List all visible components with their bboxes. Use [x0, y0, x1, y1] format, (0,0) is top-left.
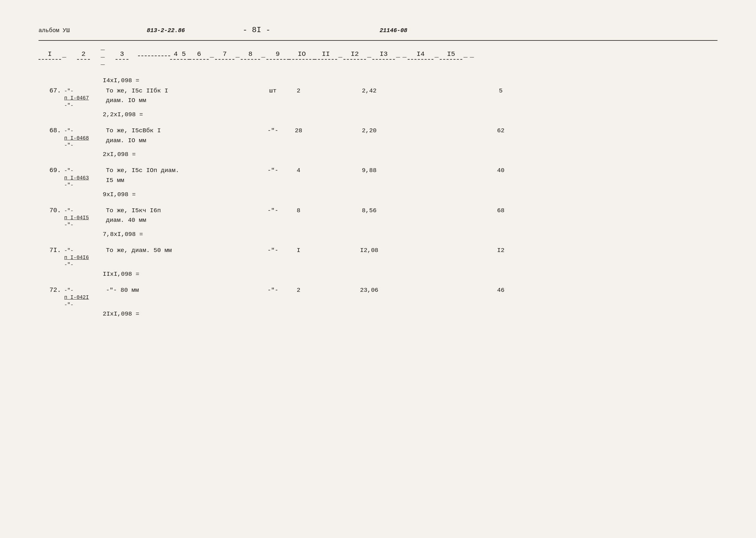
header-code: 813-2-22.86 — [147, 27, 185, 34]
item-67-part: -"- п I-0467 -"- — [64, 88, 106, 109]
item-72-price: 23,06 — [344, 287, 395, 294]
item-69-main: 69. -"- п I-0463 -"- То же, I5с IOп диам… — [38, 166, 718, 189]
item-67-desc: То же, I5с IIбк I диам. IO мм — [106, 86, 260, 106]
item-70-unit: -"- — [260, 207, 286, 214]
col-sep-1: _ — [61, 51, 67, 59]
item-72-main: 72. -"- п I-042I -"- -"- 80 мм -"- 2 23,… — [38, 285, 718, 308]
item-67: 67. -"- п I-0467 -"- То же, I5с IIбк I д… — [38, 86, 718, 118]
album-label: альбом УШ — [38, 27, 70, 34]
col-header-1: I — [38, 50, 61, 60]
col-header-9: 9 — [266, 50, 289, 60]
content-area: I4хI,098 = 67. -"- п I-0467 -"- То же, I… — [38, 77, 718, 317]
item-71-formula: IIхI,098 = — [38, 271, 718, 278]
item-71-main: 7I. -"- п I-04I6 -"- То же, диам. 50 мм … — [38, 245, 718, 269]
header-row: альбом УШ 813-2-22.86 - 8I - 21146-08 — [38, 26, 718, 34]
item-67-formula: 2,2xI,098 = — [38, 111, 718, 118]
item-72-formula: 2IхI,098 = — [38, 310, 718, 317]
col-header-12: I2 — [344, 50, 366, 60]
item-70-part: -"- п I-04I5 -"- — [64, 207, 106, 229]
col-header-15: I5 — [440, 50, 462, 60]
item-70-qty: 8 — [286, 207, 311, 214]
item-67-total: 5 — [485, 87, 517, 94]
item-70-price: 8,56 — [344, 207, 395, 214]
item-68-qty: 28 — [286, 127, 311, 134]
item-69-num: 69. — [38, 167, 64, 174]
item-70-main: 70. -"- п I-04I5 -"- То же, I5кч I6п диа… — [38, 206, 718, 229]
item-72-part: -"- п I-042I -"- — [64, 287, 106, 308]
item-69: 69. -"- п I-0463 -"- То же, I5с IOп диам… — [38, 166, 718, 198]
item-68-main: 68. -"- п I-0468 -"- То же, I5сВбк I диа… — [38, 126, 718, 149]
item-68: 68. -"- п I-0468 -"- То же, I5сВбк I диа… — [38, 126, 718, 158]
item-68-desc: То же, I5сВбк I диам. IO мм — [106, 126, 260, 145]
col-header-14: I4 — [408, 50, 433, 60]
item-70-num: 70. — [38, 207, 64, 214]
item-67-main: 67. -"- п I-0467 -"- То же, I5с IIбк I д… — [38, 86, 718, 109]
item-68-price: 2,20 — [344, 127, 395, 134]
header-right-code: 21146-08 — [379, 27, 407, 34]
item-69-desc: То же, I5с IOп диам. I5 мм — [106, 166, 260, 185]
item-71: 7I. -"- п I-04I6 -"- То же, диам. 50 мм … — [38, 245, 718, 278]
column-headers: I _ 2 _ _ _ 3 4 5 6 _ 7 _ 8 _ 9 IO II _ … — [38, 40, 718, 69]
col-header-11: II — [315, 50, 337, 60]
item-69-qty: 4 — [286, 167, 311, 174]
item-71-qty: I — [286, 247, 311, 254]
col-header-6: 6 — [189, 50, 209, 60]
item-68-total: 62 — [485, 127, 517, 134]
item-71-total: I2 — [485, 247, 517, 254]
col-header-4 — [138, 54, 170, 56]
item-68-part: -"- п I-0468 -"- — [64, 128, 106, 149]
item-67-price: 2,42 — [344, 87, 395, 94]
col-header-10: IO — [289, 50, 315, 60]
item-68-num: 68. — [38, 127, 64, 134]
item-69-total: 40 — [485, 167, 517, 174]
item-69-formula: 9хI,098 = — [38, 191, 718, 198]
header-page: - 8I - — [243, 26, 270, 34]
item-67-qty: 2 — [286, 87, 311, 94]
item-72-desc: -"- 80 мм — [106, 285, 260, 295]
item-69-unit: -"- — [260, 167, 286, 174]
item-72-num: 72. — [38, 286, 64, 294]
item-67-unit: шт — [260, 87, 286, 94]
item-70-total: 68 — [485, 207, 517, 214]
top-formula: I4хI,098 = — [38, 77, 718, 84]
item-72-total: 46 — [485, 287, 517, 294]
item-71-part: -"- п I-04I6 -"- — [64, 247, 106, 269]
col-header-2: 2 — [77, 50, 90, 60]
item-71-desc: То же, диам. 50 мм — [106, 245, 260, 255]
item-68-unit: -"- — [260, 127, 286, 134]
item-67-num: 67. — [38, 87, 64, 94]
item-71-price: I2,08 — [344, 247, 395, 254]
col-header-13: I3 — [372, 50, 395, 60]
col-header-7: 7 — [215, 50, 234, 60]
item-71-unit: -"- — [260, 247, 286, 254]
item-70-desc: То же, I5кч I6п диам. 40 мм — [106, 206, 260, 225]
item-72-unit: -"- — [260, 287, 286, 294]
item-72-qty: 2 — [286, 287, 311, 294]
col-header-8: 8 — [241, 50, 260, 60]
item-70: 70. -"- п I-04I5 -"- То же, I5кч I6п диа… — [38, 206, 718, 238]
item-70-formula: 7,8хI,098 = — [38, 231, 718, 238]
item-71-num: 7I. — [38, 246, 64, 254]
page: альбом УШ 813-2-22.86 - 8I - 21146-08 I … — [38, 26, 718, 507]
item-69-price: 9,88 — [344, 167, 395, 174]
col-header-45: 4 5 — [170, 50, 189, 60]
item-69-part: -"- п I-0463 -"- — [64, 167, 106, 189]
col-header-3: 3 — [116, 50, 129, 60]
item-68-formula: 2хI,098 = — [38, 151, 718, 158]
item-72: 72. -"- п I-042I -"- -"- 80 мм -"- 2 23,… — [38, 285, 718, 317]
